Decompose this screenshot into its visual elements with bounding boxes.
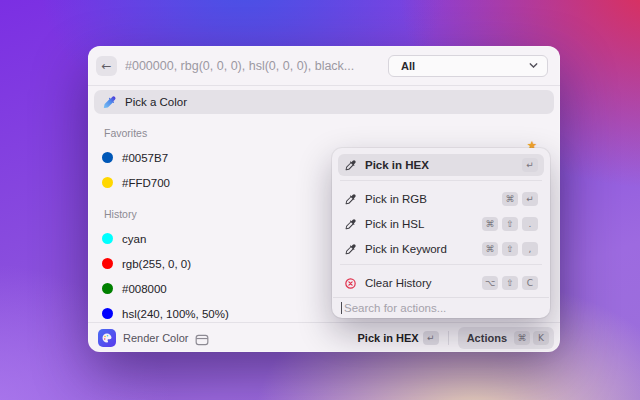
shortcut-key: ⌘ (482, 242, 498, 256)
search-input[interactable]: #000000, rbg(0, 0, 0), hsl(0, 0, 0), bla… (125, 59, 380, 73)
section-header-favorites: Favorites (104, 127, 554, 139)
list-item-pick-a-color[interactable]: Pick a Color (94, 90, 554, 114)
action-label: Pick in Keyword (365, 243, 478, 255)
shortcut-key: , (522, 242, 538, 256)
status-bar: Render Color Pick in HEX ↵ Actions ⌘ K (88, 322, 560, 352)
actions-panel: Pick in HEX ↵ Pick in RGB ⌘ ↵ Pi (332, 148, 550, 318)
actions-menu-button[interactable]: Actions ⌘ K (458, 327, 554, 349)
footer-divider (448, 331, 449, 345)
return-key-badge: ↵ (423, 331, 439, 345)
back-button[interactable]: ← (96, 56, 117, 76)
k-key-badge: K (533, 331, 549, 345)
extension-icon (98, 329, 116, 347)
actions-search-placeholder: Search for actions... (344, 302, 446, 314)
action-label: Pick in RGB (365, 193, 498, 205)
shortcut-key: C (522, 276, 538, 290)
color-swatch (102, 283, 113, 294)
text-cursor (341, 302, 342, 314)
color-label: cyan (122, 233, 146, 245)
eyedropper-icon (344, 218, 357, 231)
launcher-window: ← #000000, rbg(0, 0, 0), hsl(0, 0, 0), b… (88, 46, 560, 352)
shortcut-key: ⌘ (502, 192, 518, 206)
shortcut-key: ⇧ (502, 242, 518, 256)
actions-list: Pick in HEX ↵ Pick in RGB ⌘ ↵ Pi (338, 154, 544, 297)
color-label: #008000 (122, 283, 167, 295)
search-header: ← #000000, rbg(0, 0, 0), hsl(0, 0, 0), b… (88, 46, 560, 86)
primary-action-label: Pick in HEX (358, 332, 419, 344)
actions-button-label: Actions (467, 332, 507, 344)
eyedropper-icon (344, 193, 357, 206)
shortcut-key: ⌘ (482, 217, 498, 231)
shortcut-key: ⇧ (502, 217, 518, 231)
action-pick-in-hsl[interactable]: Pick in HSL ⌘ ⇧ . (338, 213, 544, 235)
shortcut-key: . (522, 217, 538, 231)
color-label: #0057B7 (122, 152, 168, 164)
eyedropper-icon (102, 95, 117, 110)
actions-search-input[interactable]: Search for actions... (333, 297, 549, 317)
color-label: rgb(255, 0, 0) (122, 258, 191, 270)
eyedropper-icon (344, 159, 357, 172)
clear-circle-x-icon (344, 277, 357, 290)
shortcut-key: ↵ (522, 158, 538, 172)
action-pick-in-rgb[interactable]: Pick in RGB ⌘ ↵ (338, 188, 544, 210)
color-label: #FFD700 (122, 177, 170, 189)
primary-action-button[interactable]: Pick in HEX ↵ (358, 331, 439, 345)
command-label: Pick a Color (125, 96, 187, 108)
action-label: Pick in HEX (365, 159, 518, 171)
shortcut-key: ↵ (522, 192, 538, 206)
action-pick-in-hex[interactable]: Pick in HEX ↵ (338, 154, 544, 176)
panel-divider (340, 180, 542, 181)
action-clear-history[interactable]: Clear History ⌥ ⇧ C (338, 272, 544, 294)
chevron-down-icon (529, 61, 538, 70)
color-swatch (102, 258, 113, 269)
shortcut-key: ⌥ (482, 276, 498, 290)
eyedropper-icon (344, 243, 357, 256)
desktop-background: ← #000000, rbg(0, 0, 0), hsl(0, 0, 0), b… (0, 0, 640, 400)
cmd-key-badge: ⌘ (514, 331, 530, 345)
window-mode-icon (195, 332, 209, 344)
panel-divider (340, 264, 542, 265)
action-label: Clear History (365, 277, 478, 289)
filter-dropdown[interactable]: All (388, 55, 548, 77)
action-label: Pick in HSL (365, 218, 478, 230)
shortcut-key: ⇧ (502, 276, 518, 290)
filter-dropdown-value: All (401, 60, 529, 72)
extension-name: Render Color (123, 332, 188, 344)
color-swatch (102, 177, 113, 188)
action-pick-in-keyword[interactable]: Pick in Keyword ⌘ ⇧ , (338, 238, 544, 260)
color-swatch (102, 233, 113, 244)
color-swatch (102, 152, 113, 163)
color-swatch (102, 308, 113, 319)
color-label: hsl(240, 100%, 50%) (122, 308, 229, 320)
